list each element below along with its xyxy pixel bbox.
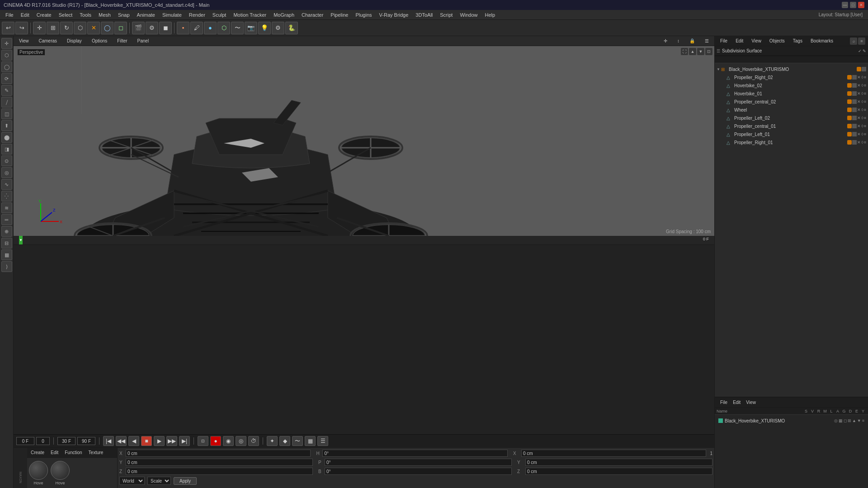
tree-row-root[interactable]: ▼ ⊞ Black_Hoverbike_XTURISMO [715,65,868,73]
sidebar-select-live[interactable]: ◯ [1,61,12,72]
sz-input[interactable] [525,468,712,475]
subdivision-checkmark[interactable]: ✓ [858,49,862,53]
menu-pipeline[interactable]: Pipeline [327,11,352,19]
h-input[interactable] [322,450,507,457]
end-frame-input[interactable]: 90 F [77,437,95,445]
vis-dot-9[interactable] [847,140,852,145]
camera-button[interactable]: 📷 [245,22,257,34]
scene-tree[interactable]: ▼ ⊞ Black_Hoverbike_XTURISMO △ Propeller… [715,63,868,397]
points-tool-button[interactable]: ✕ [87,22,100,34]
viewport-arrow-up-icon[interactable]: ▲ [689,48,696,55]
rp-filter-icon[interactable]: ≡ [858,38,865,45]
timeline-ruler[interactable]: ▼ // ticks rendered via script below 0 F [14,236,714,245]
apply-button[interactable]: Apply [174,477,197,485]
sidebar-iron[interactable]: ◨ [1,144,12,155]
sidebar-twist[interactable]: ∿ [1,179,12,190]
material-item-2[interactable]: Hove [51,461,70,485]
viewport-maximize-icon[interactable]: ⛶ [681,48,688,55]
ren-dot-2[interactable] [852,83,857,88]
tree-row-propeller-left-01[interactable]: △ Propeller_Left_01 ✕ ◊ ≡ [715,130,868,138]
ren-dot-8[interactable] [852,132,857,136]
menu-character[interactable]: Character [298,11,327,19]
menu-animate[interactable]: Animate [133,11,159,19]
scale-mode-select[interactable]: Scale Size [147,477,171,485]
bot-icon-2[interactable]: ▦ [839,418,843,423]
sidebar-move[interactable]: ✛ [1,38,12,49]
menu-motion-tracker[interactable]: Motion Tracker [230,11,270,19]
z-pos-input[interactable] [126,468,313,475]
vis-dot-5[interactable] [847,108,852,112]
rp-tab-edit[interactable]: Edit [733,38,746,44]
menu-script[interactable]: Script [436,11,456,19]
options-menu[interactable]: Options [89,38,110,44]
menu-select[interactable]: Select [55,11,76,19]
rp-bot-tab-view[interactable]: View [743,399,759,405]
material-swatch-2[interactable] [51,461,70,480]
subdivision-edit[interactable]: ✎ [863,49,866,53]
sidebar-bevel[interactable]: ◫ [1,108,12,119]
tag-icon-4[interactable]: ◊ [861,99,863,104]
spline-button[interactable]: 〜 [231,22,244,34]
tag-icon-3[interactable]: ◊ [861,91,863,96]
tree-row-wheel[interactable]: △ Wheel ✕ ◊ ≡ [715,106,868,114]
x-icon-3[interactable]: ✕ [857,91,861,96]
stop-button[interactable]: ■ [141,436,152,446]
deformer-button[interactable]: ⬡ [217,22,230,34]
tree-row-hoverbike-01[interactable]: △ Hoverbike_01 ✕ ◊ ≡ [715,89,868,98]
sidebar-select-rect[interactable]: ⬡ [1,50,12,61]
viewport-3d[interactable]: Perspective ⛶ ▲ ▼ ⊡ X Y Z Gri [14,46,714,236]
undo-button[interactable]: ↩ [2,22,14,34]
cube-button[interactable]: ▪ [177,22,189,34]
sx-input[interactable] [521,450,706,457]
x-icon-9[interactable]: ✕ [857,140,861,145]
render-region-button[interactable]: ◼ [159,22,172,34]
render-settings-button[interactable]: ⚙ [146,22,158,34]
sidebar-fill[interactable]: ⊟ [1,238,12,249]
x-icon-5[interactable]: ✕ [857,108,861,112]
python-button[interactable]: 🐍 [285,22,298,34]
polys-tool-button[interactable]: ◻ [114,22,127,34]
viewport-arrow-down-icon[interactable]: ▼ [697,48,704,55]
filter-menu[interactable]: Filter [114,38,130,44]
sidebar-brush[interactable]: ◎ [1,167,12,178]
material-button[interactable]: ● [204,22,217,34]
rp-tab-view[interactable]: View [749,38,764,44]
tag-icon-8[interactable]: ◊ [861,132,863,136]
sidebar-bridge[interactable]: ⬤ [1,132,12,143]
menu-mograph[interactable]: MoGraph [270,11,298,19]
ren-dot-6[interactable] [852,116,857,120]
start-frame-input[interactable] [16,437,34,445]
display-menu[interactable]: Display [64,38,85,44]
sidebar-gradient[interactable]: ▦ [1,249,12,260]
mat-tab-edit[interactable]: Edit [49,450,60,455]
coord-mode-select[interactable]: World Object Parent [119,477,145,485]
vis-dot-1[interactable] [847,75,852,80]
menu-tools[interactable]: Tools [76,11,95,19]
render-button[interactable]: 🎬 [132,22,145,34]
mat-tab-function[interactable]: Function [63,450,84,455]
tree-expand-root[interactable]: ▼ [717,67,721,71]
tag-icon-5[interactable]: ◊ [861,108,863,112]
sidebar-flatten[interactable]: ═ [1,214,12,225]
visibility-dot[interactable] [857,67,861,71]
keyframe-type-button[interactable]: ◆ [279,436,290,446]
p-input[interactable] [325,459,512,466]
tree-row-hoverbike-02[interactable]: △ Hoverbike_02 ✕ ◊ ≡ [715,81,868,89]
x-icon-1[interactable]: ✕ [857,75,861,80]
tree-row-propeller-central-02[interactable]: △ Propeller_central_02 ✕ ◊ ≡ [715,98,868,106]
menu-create[interactable]: Create [33,11,55,19]
menu-mesh[interactable]: Mesh [95,11,114,19]
current-frame-input[interactable] [36,437,50,445]
material-swatch-1[interactable] [29,461,48,480]
bot-icon-5[interactable]: ▲ [852,418,856,423]
viewport-expand[interactable]: ✛ [661,38,670,44]
render-dot[interactable] [862,67,866,71]
play-back-button[interactable]: ◀ [128,436,139,446]
b-input[interactable] [325,468,512,475]
scale-tool-button[interactable]: ⊞ [47,22,59,34]
move-tool-button[interactable]: ✛ [33,22,46,34]
redo-button[interactable]: ↪ [15,22,28,34]
menu-edit[interactable]: Edit [17,11,33,19]
minimize-button[interactable]: — [842,2,848,8]
x-icon-6[interactable]: ✕ [857,116,861,120]
